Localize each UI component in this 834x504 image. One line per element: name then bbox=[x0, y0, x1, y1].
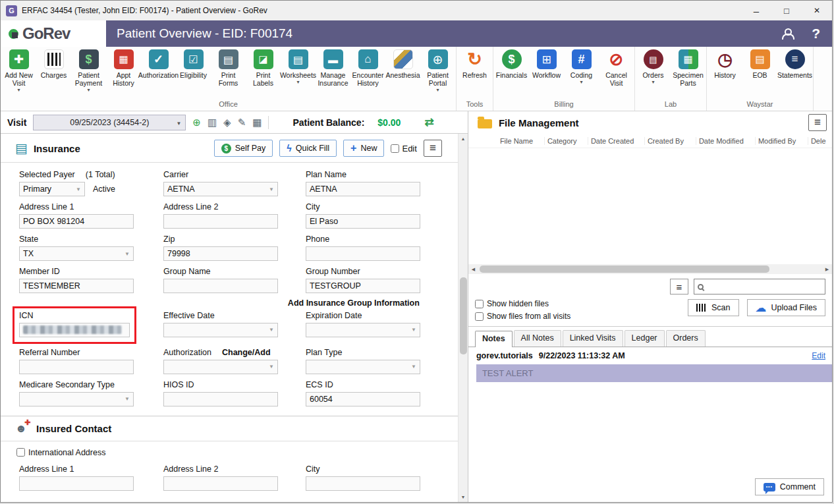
add-contact-icon[interactable] bbox=[192, 117, 201, 127]
charges-button[interactable]: Charges bbox=[36, 47, 71, 99]
group-number-input[interactable]: TESTGROUP bbox=[306, 279, 420, 293]
left-panel-scrollbar[interactable] bbox=[458, 134, 468, 502]
manage-insurance-button[interactable]: Manage Insurance bbox=[316, 47, 350, 99]
maximize-button[interactable] bbox=[771, 1, 802, 20]
referral-number-input[interactable] bbox=[19, 360, 134, 374]
patient-payment-icon bbox=[79, 49, 99, 69]
payment-device-icon[interactable] bbox=[252, 117, 262, 127]
add-new-visit-button[interactable]: Add New Visit ▾ bbox=[1, 47, 36, 99]
worksheets-button[interactable]: Worksheets ▾ bbox=[281, 47, 316, 99]
authorization-change-add-link[interactable]: Change/Add bbox=[222, 348, 271, 357]
id-card-icon[interactable] bbox=[208, 117, 217, 127]
anesthesia-button[interactable]: Anesthesia bbox=[385, 47, 420, 99]
state-select[interactable]: TX bbox=[19, 246, 134, 261]
specimen-parts-button[interactable]: Specimen Parts bbox=[671, 47, 706, 99]
column-header[interactable]: Date Created bbox=[588, 137, 645, 145]
chart-note-icon[interactable] bbox=[238, 117, 246, 127]
carrier-select[interactable]: AETNA bbox=[163, 182, 278, 196]
self-pay-button[interactable]: $ Self Pay bbox=[214, 140, 273, 157]
column-header[interactable]: Dele bbox=[808, 137, 832, 145]
file-table-hscrollbar[interactable] bbox=[468, 264, 832, 274]
new-payer-button[interactable]: New bbox=[343, 140, 384, 157]
close-button[interactable] bbox=[802, 1, 832, 20]
financials-button[interactable]: Financials bbox=[494, 47, 529, 99]
scroll-left-arrow-icon[interactable] bbox=[468, 264, 478, 274]
show-hidden-files-row: Show hidden files bbox=[475, 299, 570, 308]
tab-ledger[interactable]: Ledger bbox=[625, 330, 665, 347]
column-header[interactable]: File Name bbox=[497, 137, 545, 145]
tab-linked-visits[interactable]: Linked Visits bbox=[563, 330, 623, 347]
hios-id-input[interactable] bbox=[163, 392, 278, 406]
print-forms-button[interactable]: Print Forms bbox=[211, 47, 246, 99]
contact-address2-input[interactable] bbox=[163, 476, 278, 491]
help-icon[interactable] bbox=[812, 26, 820, 42]
upload-files-button[interactable]: Upload Files bbox=[747, 299, 825, 316]
visit-select[interactable]: 09/25/2023 (34454-2) bbox=[33, 115, 186, 130]
scrollbar-thumb[interactable] bbox=[480, 266, 769, 273]
print-labels-button[interactable]: Print Labels bbox=[246, 47, 281, 99]
cancel-visit-button[interactable]: Cancel Visit bbox=[599, 47, 634, 99]
refresh-button[interactable]: Refresh bbox=[457, 47, 492, 99]
show-hidden-files-checkbox[interactable] bbox=[475, 300, 484, 308]
phone-input[interactable] bbox=[306, 246, 420, 261]
medicare-secondary-select[interactable] bbox=[19, 392, 134, 406]
file-management-menu-button[interactable] bbox=[808, 114, 827, 131]
orders-button[interactable]: Orders ▾ bbox=[636, 47, 671, 99]
history-button[interactable]: History bbox=[708, 47, 742, 99]
insurance-menu-button[interactable] bbox=[424, 140, 442, 157]
show-all-visits-checkbox[interactable] bbox=[475, 312, 484, 321]
authorization-select[interactable] bbox=[163, 360, 278, 374]
scroll-down-arrow-icon[interactable] bbox=[459, 492, 468, 502]
contact-city-input[interactable] bbox=[306, 476, 420, 491]
address1-input[interactable]: PO BOX 981204 bbox=[19, 214, 134, 229]
column-header[interactable]: Modified By bbox=[756, 137, 808, 145]
city-input[interactable]: El Paso bbox=[306, 214, 420, 229]
file-search-menu-button[interactable] bbox=[670, 279, 688, 294]
column-header[interactable]: Date Modified bbox=[696, 137, 756, 145]
refresh-balance-icon[interactable] bbox=[424, 117, 433, 128]
scroll-right-arrow-icon[interactable] bbox=[822, 264, 832, 274]
file-search-input[interactable] bbox=[707, 282, 821, 291]
transport-icon[interactable] bbox=[223, 117, 231, 127]
contact-address1-input[interactable] bbox=[19, 476, 134, 491]
scroll-up-arrow-icon[interactable] bbox=[459, 134, 468, 144]
selected-payer-select[interactable]: Primary bbox=[19, 182, 85, 196]
tab-all-notes[interactable]: All Notes bbox=[514, 330, 561, 347]
tab-notes[interactable]: Notes bbox=[475, 331, 513, 347]
scan-button[interactable]: Scan bbox=[688, 299, 739, 316]
plan-type-select[interactable] bbox=[306, 360, 420, 374]
group-name-input[interactable] bbox=[163, 279, 278, 293]
workflow-button[interactable]: Workflow bbox=[529, 47, 564, 99]
address2-input[interactable] bbox=[163, 214, 278, 229]
tab-orders[interactable]: Orders bbox=[666, 330, 706, 347]
ecs-id-input[interactable]: 60054 bbox=[306, 392, 420, 406]
comment-button[interactable]: Comment bbox=[755, 478, 824, 495]
note-alert-text[interactable]: TEST ALERT bbox=[476, 364, 832, 382]
international-address-checkbox[interactable] bbox=[16, 448, 25, 457]
patient-balance-label: Patient Balance: bbox=[292, 117, 364, 128]
note-edit-link[interactable]: Edit bbox=[812, 351, 825, 360]
authorization-button[interactable]: Authorization bbox=[141, 47, 176, 99]
quick-fill-button[interactable]: Quick Fill bbox=[279, 140, 337, 157]
plan-name-input[interactable]: AETNA bbox=[306, 182, 420, 196]
zip-input[interactable]: 79998 bbox=[163, 246, 278, 261]
scrollbar-thumb[interactable] bbox=[460, 277, 467, 354]
patient-portal-button[interactable]: Patient Portal ▾ bbox=[420, 47, 455, 99]
eob-button[interactable]: EOB bbox=[742, 47, 777, 99]
statements-button[interactable]: Statements bbox=[777, 47, 812, 99]
member-id-input[interactable]: TESTMEMBER bbox=[19, 279, 134, 293]
patient-payment-button[interactable]: Patient Payment ▾ bbox=[71, 47, 106, 99]
effective-date-select[interactable] bbox=[163, 323, 278, 337]
user-session-icon[interactable] bbox=[781, 28, 794, 40]
print-labels-icon bbox=[254, 49, 273, 69]
appt-history-button[interactable]: Appt History bbox=[106, 47, 141, 99]
expiration-date-select[interactable] bbox=[306, 323, 420, 337]
column-header[interactable]: Created By bbox=[645, 137, 696, 145]
coding-button[interactable]: Coding ▾ bbox=[564, 47, 599, 99]
icn-input[interactable] bbox=[19, 323, 130, 337]
encounter-history-button[interactable]: Encounter History bbox=[350, 47, 385, 99]
minimize-button[interactable] bbox=[741, 1, 771, 20]
eligibility-button[interactable]: Eligibility bbox=[176, 47, 211, 99]
edit-checkbox[interactable] bbox=[391, 144, 399, 153]
column-header[interactable]: Category bbox=[545, 137, 588, 145]
